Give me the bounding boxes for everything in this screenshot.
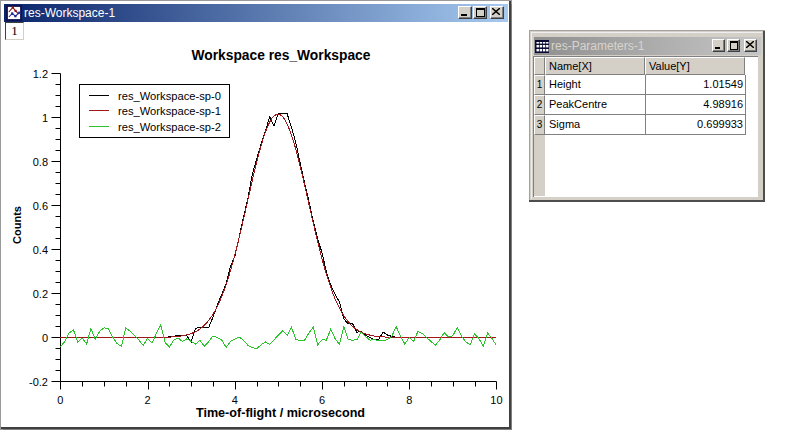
svg-text:0.6: 0.6 (33, 200, 48, 212)
svg-text:Workspace res_Workspace: Workspace res_Workspace (192, 48, 371, 63)
svg-text:8: 8 (406, 394, 412, 406)
svg-text:Time-of-flight / microsecond: Time-of-flight / microsecond (196, 406, 365, 420)
svg-text:1: 1 (42, 112, 48, 124)
svg-text:2: 2 (145, 394, 151, 406)
svg-text:10: 10 (490, 394, 502, 406)
svg-text:6: 6 (319, 394, 325, 406)
svg-text:0.4: 0.4 (33, 244, 48, 256)
svg-text:0.8: 0.8 (33, 156, 48, 168)
svg-text:4: 4 (232, 394, 238, 406)
svg-text:0: 0 (57, 394, 63, 406)
svg-text:res_Workspace-sp-0: res_Workspace-sp-0 (118, 90, 221, 102)
svg-text:-0.2: -0.2 (29, 376, 48, 388)
svg-text:res_Workspace-sp-2: res_Workspace-sp-2 (118, 121, 221, 133)
svg-text:Counts: Counts (11, 206, 23, 244)
svg-text:res_Workspace-sp-1: res_Workspace-sp-1 (118, 105, 221, 117)
svg-text:1.2: 1.2 (33, 68, 48, 80)
svg-text:0: 0 (42, 332, 48, 344)
svg-text:0.2: 0.2 (33, 288, 48, 300)
